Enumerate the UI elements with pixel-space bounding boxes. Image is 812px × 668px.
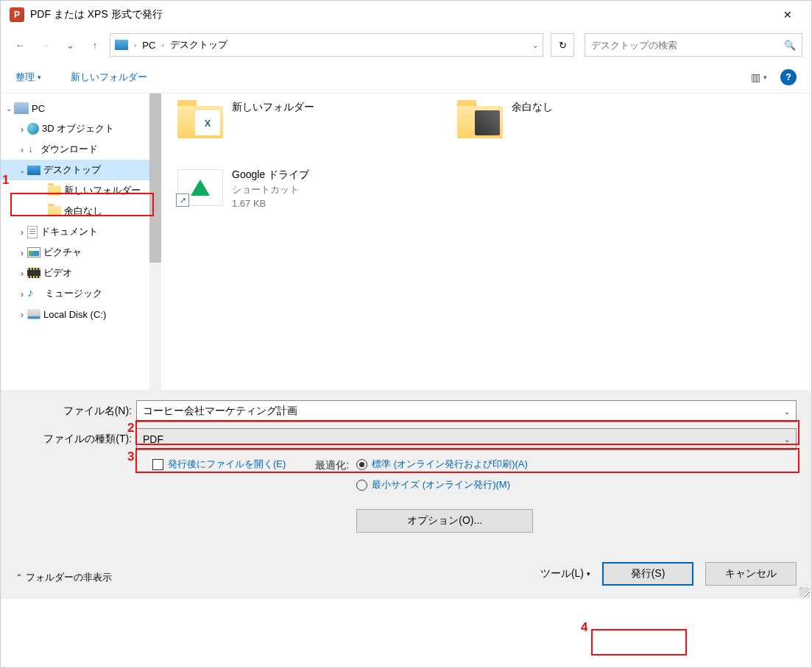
annotation-4: 4 (581, 620, 587, 635)
checkbox-icon[interactable] (152, 459, 163, 470)
chevron-right-icon: › (161, 41, 163, 49)
optimize-label: 最適化: (315, 458, 349, 533)
item-size: 1.67 KB (232, 198, 309, 209)
address-bar[interactable]: › PC › デスクトップ ⌄ (110, 33, 543, 57)
annotation-box-4 (591, 629, 687, 655)
item-name: Google ドライブ (232, 168, 309, 182)
tools-button[interactable]: ツール(L)▾ (540, 567, 590, 580)
tree-node-pc[interactable]: PC (1, 98, 161, 118)
filename-label: ファイル名(N): (15, 405, 136, 418)
item-googledrive[interactable]: ↗ Google ドライブ ショートカット 1.67 KB (176, 168, 426, 209)
cancel-button[interactable]: キャンセル (705, 562, 797, 586)
open-after-label: 発行後にファイルを開く(E) (168, 458, 286, 471)
new-folder-button[interactable]: 新しいフォルダー (71, 71, 147, 84)
up-button[interactable]: ↑ (85, 35, 105, 55)
tree-node-music[interactable]: ♪ミュージック (1, 283, 161, 304)
breadcrumb-pc[interactable]: PC (142, 40, 155, 51)
radio-minsize-label: 最小サイズ (オンライン発行)(M) (372, 478, 510, 491)
item-name: 余白なし (512, 101, 553, 114)
item-newfolder[interactable]: X 新しいフォルダー (176, 101, 426, 139)
filetype-select[interactable]: PDF ⌄ (136, 428, 797, 450)
back-button[interactable]: ← (10, 35, 30, 55)
forward-button[interactable]: → (35, 35, 55, 55)
refresh-button[interactable]: ↻ (551, 33, 574, 57)
tree-scrollbar[interactable] (149, 93, 161, 390)
item-name: 新しいフォルダー (232, 101, 314, 114)
item-nomargin[interactable]: 余白なし (456, 101, 706, 139)
hide-folders-button[interactable]: フォルダーの非表示 (15, 571, 112, 584)
history-dropdown[interactable]: ⌄ (60, 35, 80, 55)
address-dropdown[interactable]: ⌄ (532, 41, 538, 49)
shortcut-icon: ↗ (176, 193, 189, 207)
chevron-down-icon[interactable]: ⌄ (784, 436, 790, 444)
search-input[interactable] (591, 40, 784, 51)
tree-node-downloads[interactable]: ダウンロード (1, 139, 161, 160)
annotation-3: 3 (127, 450, 134, 464)
filetype-label: ファイルの種類(T): (15, 433, 136, 446)
annotation-1: 1 (2, 173, 9, 188)
radio-icon[interactable] (356, 480, 367, 491)
options-button[interactable]: オプション(O)... (356, 509, 533, 533)
item-type: ショートカット (232, 183, 309, 196)
search-box[interactable]: 🔍 (585, 33, 802, 57)
view-mode-button[interactable]: ▥▾ (748, 68, 770, 86)
chevron-right-icon: › (134, 41, 136, 49)
radio-minsize[interactable]: 最小サイズ (オンライン発行)(M) (356, 478, 533, 491)
excel-icon: X (195, 110, 220, 135)
close-button[interactable]: ✕ (773, 9, 802, 21)
tree-node-videos[interactable]: ビデオ (1, 263, 161, 283)
open-after-checkbox[interactable]: 発行後にファイルを開く(E) (152, 458, 286, 533)
tree-node-pictures[interactable]: ピクチャ (1, 242, 161, 263)
tree-node-desktop[interactable]: デスクトップ (1, 160, 161, 180)
file-list[interactable]: X 新しいフォルダー 余白なし ↗ Google ドライブ ショートカット 1.… (161, 93, 811, 390)
monitor-icon (115, 40, 128, 50)
radio-standard[interactable]: 標準 (オンライン発行および印刷)(A) (356, 458, 533, 471)
navigation-tree[interactable]: PC 3D オブジェクト ダウンロード デスクトップ 新しいフォルダー 余白なし… (1, 93, 161, 390)
organize-button[interactable]: 整理▾ (15, 71, 41, 84)
help-button[interactable]: ? (780, 69, 797, 85)
resize-grip[interactable] (799, 587, 810, 597)
chevron-down-icon[interactable]: ⌄ (784, 408, 790, 416)
tree-node-3d-objects[interactable]: 3D オブジェクト (1, 118, 161, 139)
breadcrumb-desktop[interactable]: デスクトップ (170, 38, 227, 51)
radio-standard-label: 標準 (オンライン発行および印刷)(A) (372, 458, 528, 471)
window-title: PDF または XPS 形式で発行 (30, 8, 773, 21)
filename-input[interactable]: コーヒー会社マーケティング計画 ⌄ (136, 400, 797, 422)
tree-node-nomargin[interactable]: 余白なし (1, 201, 161, 221)
image-icon (475, 110, 500, 135)
annotation-2: 2 (127, 421, 134, 436)
tree-node-localdisk[interactable]: Local Disk (C:) (1, 304, 161, 324)
tree-node-newfolder[interactable]: 新しいフォルダー (1, 180, 161, 201)
publish-button[interactable]: 発行(S) (602, 562, 693, 586)
search-icon[interactable]: 🔍 (784, 40, 796, 51)
tree-node-documents[interactable]: ドキュメント (1, 221, 161, 242)
app-icon: P (10, 7, 24, 22)
radio-icon[interactable] (356, 459, 367, 470)
